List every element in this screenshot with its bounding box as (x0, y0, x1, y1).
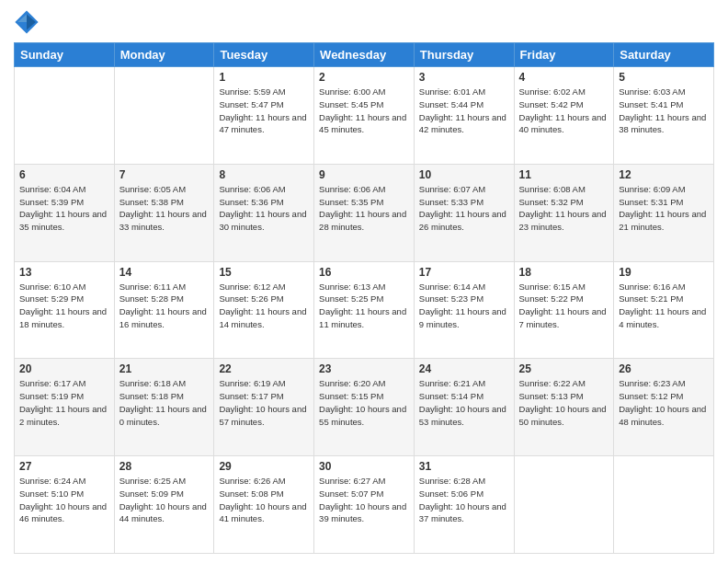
day-number: 12 (619, 168, 709, 181)
calendar-cell (114, 67, 214, 165)
day-info: Sunrise: 6:10 AM Sunset: 5:29 PM Dayligh… (19, 281, 109, 331)
calendar-cell: 30 Sunrise: 6:27 AM Sunset: 5:07 PM Dayl… (314, 456, 415, 554)
day-info: Sunrise: 6:01 AM Sunset: 5:44 PM Dayligh… (419, 86, 509, 136)
sunrise: Sunrise: 6:20 AM (319, 377, 409, 390)
sunset: Sunset: 5:45 PM (319, 98, 409, 111)
day-info: Sunrise: 6:19 AM Sunset: 5:17 PM Dayligh… (219, 377, 309, 428)
sunset: Sunset: 5:10 PM (19, 488, 109, 500)
day-info: Sunrise: 6:21 AM Sunset: 5:14 PM Dayligh… (419, 377, 509, 428)
day-number: 21 (119, 362, 210, 375)
daylight: Daylight: 10 hours and 39 minutes. (319, 500, 409, 526)
sunrise: Sunrise: 6:08 AM (519, 183, 609, 196)
daylight: Daylight: 11 hours and 33 minutes. (119, 208, 210, 234)
col-wednesday: Wednesday (314, 43, 415, 67)
day-number: 10 (419, 168, 509, 181)
day-number: 30 (319, 460, 409, 473)
calendar-week-5: 27 Sunrise: 6:24 AM Sunset: 5:10 PM Dayl… (15, 456, 714, 554)
calendar-cell: 11 Sunrise: 6:08 AM Sunset: 5:32 PM Dayl… (514, 164, 614, 261)
calendar-week-2: 6 Sunrise: 6:04 AM Sunset: 5:39 PM Dayli… (15, 164, 714, 261)
daylight: Daylight: 10 hours and 50 minutes. (519, 403, 609, 429)
sunset: Sunset: 5:31 PM (619, 196, 709, 209)
day-info: Sunrise: 6:07 AM Sunset: 5:33 PM Dayligh… (419, 183, 509, 234)
day-number: 4 (519, 71, 609, 84)
calendar-table: Sunday Monday Tuesday Wednesday Thursday… (14, 42, 714, 554)
day-info: Sunrise: 6:00 AM Sunset: 5:45 PM Dayligh… (319, 86, 409, 136)
sunset: Sunset: 5:35 PM (319, 196, 409, 209)
sunset: Sunset: 5:06 PM (419, 488, 509, 500)
day-info: Sunrise: 6:06 AM Sunset: 5:35 PM Dayligh… (319, 183, 409, 234)
sunrise: Sunrise: 6:27 AM (319, 475, 409, 488)
daylight: Daylight: 11 hours and 4 minutes. (619, 305, 709, 331)
calendar-header-row: Sunday Monday Tuesday Wednesday Thursday… (15, 43, 714, 67)
calendar-cell: 5 Sunrise: 6:03 AM Sunset: 5:41 PM Dayli… (614, 67, 714, 165)
day-number: 14 (119, 266, 210, 279)
daylight: Daylight: 11 hours and 11 minutes. (319, 305, 409, 331)
calendar-cell: 16 Sunrise: 6:13 AM Sunset: 5:25 PM Dayl… (314, 261, 415, 359)
sunset: Sunset: 5:12 PM (619, 390, 709, 403)
day-number: 11 (519, 168, 609, 181)
sunset: Sunset: 5:08 PM (219, 488, 309, 500)
day-info: Sunrise: 6:17 AM Sunset: 5:19 PM Dayligh… (19, 377, 109, 428)
sunset: Sunset: 5:09 PM (119, 488, 210, 500)
col-friday: Friday (514, 43, 614, 67)
sunrise: Sunrise: 6:06 AM (319, 183, 409, 196)
calendar-cell: 15 Sunrise: 6:12 AM Sunset: 5:26 PM Dayl… (214, 261, 314, 359)
daylight: Daylight: 11 hours and 47 minutes. (219, 111, 309, 137)
day-info: Sunrise: 6:02 AM Sunset: 5:42 PM Dayligh… (519, 86, 609, 136)
page: Sunday Monday Tuesday Wednesday Thursday… (0, 0, 728, 563)
day-number: 24 (419, 362, 509, 375)
calendar-cell: 12 Sunrise: 6:09 AM Sunset: 5:31 PM Dayl… (614, 164, 714, 261)
day-number: 26 (619, 362, 709, 375)
daylight: Daylight: 11 hours and 18 minutes. (19, 305, 109, 331)
sunset: Sunset: 5:32 PM (519, 196, 609, 209)
calendar-cell: 1 Sunrise: 5:59 AM Sunset: 5:47 PM Dayli… (214, 67, 314, 165)
daylight: Daylight: 11 hours and 16 minutes. (119, 305, 210, 331)
calendar-cell: 25 Sunrise: 6:22 AM Sunset: 5:13 PM Dayl… (514, 359, 614, 456)
sunset: Sunset: 5:18 PM (119, 390, 210, 403)
calendar-cell: 20 Sunrise: 6:17 AM Sunset: 5:19 PM Dayl… (15, 359, 115, 456)
sunrise: Sunrise: 6:01 AM (419, 86, 509, 98)
sunset: Sunset: 5:17 PM (219, 390, 309, 403)
day-number: 8 (219, 168, 309, 181)
col-sunday: Sunday (15, 43, 115, 67)
day-number: 7 (119, 168, 210, 181)
sunrise: Sunrise: 6:17 AM (19, 377, 109, 390)
sunset: Sunset: 5:41 PM (619, 98, 709, 111)
day-info: Sunrise: 6:13 AM Sunset: 5:25 PM Dayligh… (319, 281, 409, 331)
sunset: Sunset: 5:15 PM (319, 390, 409, 403)
daylight: Daylight: 10 hours and 55 minutes. (319, 403, 409, 429)
daylight: Daylight: 11 hours and 7 minutes. (519, 305, 609, 331)
calendar-cell: 8 Sunrise: 6:06 AM Sunset: 5:36 PM Dayli… (214, 164, 314, 261)
sunrise: Sunrise: 6:14 AM (419, 281, 509, 293)
sunset: Sunset: 5:26 PM (219, 293, 309, 305)
daylight: Daylight: 10 hours and 57 minutes. (219, 403, 309, 429)
day-info: Sunrise: 6:03 AM Sunset: 5:41 PM Dayligh… (619, 86, 709, 136)
sunrise: Sunrise: 6:28 AM (419, 475, 509, 488)
day-info: Sunrise: 6:08 AM Sunset: 5:32 PM Dayligh… (519, 183, 609, 234)
day-info: Sunrise: 6:05 AM Sunset: 5:38 PM Dayligh… (119, 183, 210, 234)
calendar-cell: 3 Sunrise: 6:01 AM Sunset: 5:44 PM Dayli… (414, 67, 514, 165)
sunrise: Sunrise: 6:26 AM (219, 475, 309, 488)
sunset: Sunset: 5:47 PM (219, 98, 309, 111)
daylight: Daylight: 11 hours and 45 minutes. (319, 111, 409, 137)
day-number: 23 (319, 362, 409, 375)
daylight: Daylight: 11 hours and 38 minutes. (619, 111, 709, 137)
calendar-cell: 31 Sunrise: 6:28 AM Sunset: 5:06 PM Dayl… (414, 456, 514, 554)
day-info: Sunrise: 6:25 AM Sunset: 5:09 PM Dayligh… (119, 475, 210, 525)
day-number: 20 (19, 362, 109, 375)
daylight: Daylight: 10 hours and 53 minutes. (419, 403, 509, 429)
sunrise: Sunrise: 6:04 AM (19, 183, 109, 196)
day-number: 18 (519, 266, 609, 279)
sunset: Sunset: 5:13 PM (519, 390, 609, 403)
calendar-week-1: 1 Sunrise: 5:59 AM Sunset: 5:47 PM Dayli… (15, 67, 714, 165)
daylight: Daylight: 11 hours and 42 minutes. (419, 111, 509, 137)
day-number: 15 (219, 266, 309, 279)
daylight: Daylight: 10 hours and 37 minutes. (419, 500, 509, 526)
day-number: 9 (319, 168, 409, 181)
calendar-cell: 22 Sunrise: 6:19 AM Sunset: 5:17 PM Dayl… (214, 359, 314, 456)
sunset: Sunset: 5:36 PM (219, 196, 309, 209)
daylight: Daylight: 11 hours and 28 minutes. (319, 208, 409, 234)
sunrise: Sunrise: 6:05 AM (119, 183, 210, 196)
daylight: Daylight: 11 hours and 23 minutes. (519, 208, 609, 234)
day-info: Sunrise: 6:23 AM Sunset: 5:12 PM Dayligh… (619, 377, 709, 428)
